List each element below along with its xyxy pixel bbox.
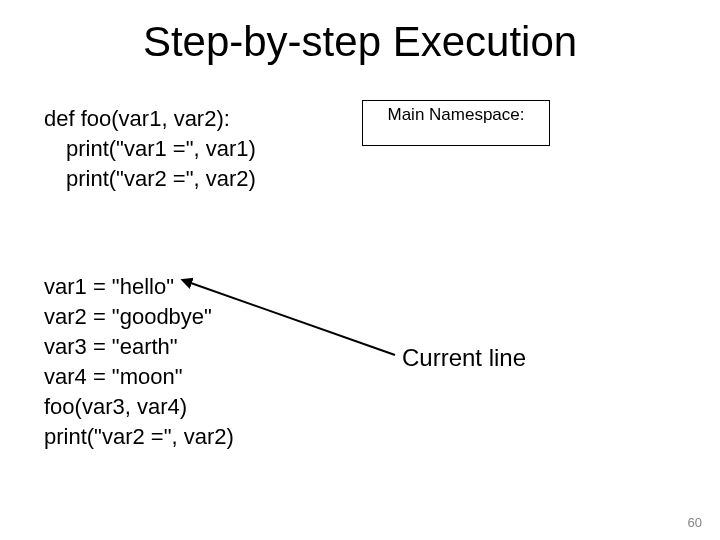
page-number: 60 (688, 515, 702, 530)
namespace-label: Main Namespace: (387, 105, 524, 124)
code-line: print("var2 =", var2) (44, 164, 256, 194)
code-function-def: def foo(var1, var2): print("var1 =", var… (44, 104, 256, 194)
code-main-body: var1 = "hello" var2 = "goodbye" var3 = "… (44, 272, 234, 452)
code-line: var2 = "goodbye" (44, 304, 212, 329)
code-line: var1 = "hello" (44, 274, 174, 299)
code-line: def foo(var1, var2): (44, 106, 230, 131)
slide-title: Step-by-step Execution (0, 18, 720, 66)
slide: Step-by-step Execution def foo(var1, var… (0, 0, 720, 540)
namespace-box: Main Namespace: (362, 100, 550, 146)
code-line: var3 = "earth" (44, 334, 178, 359)
code-line: print("var1 =", var1) (44, 134, 256, 164)
code-line: foo(var3, var4) (44, 394, 187, 419)
current-line-label: Current line (402, 344, 526, 372)
code-line: print("var2 =", var2) (44, 424, 234, 449)
code-line: var4 = "moon" (44, 364, 183, 389)
